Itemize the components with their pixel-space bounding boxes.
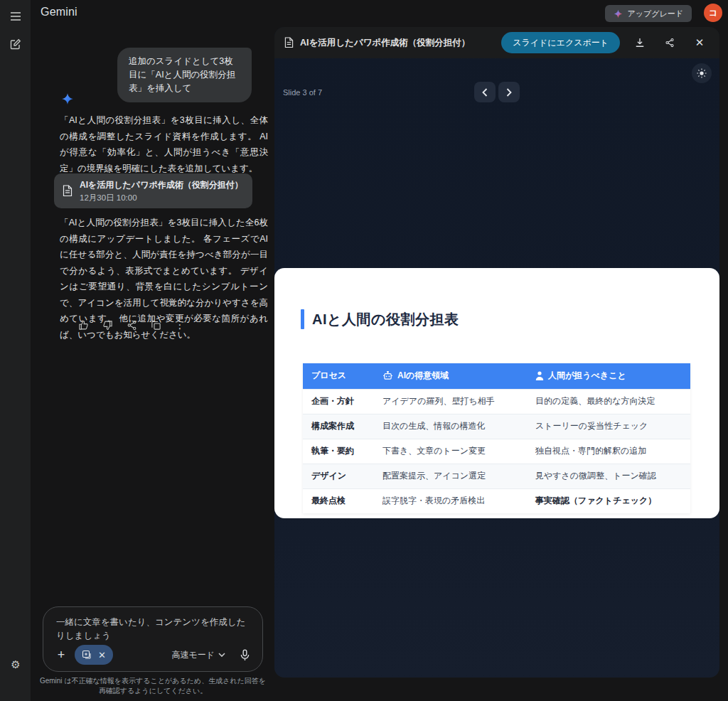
- copy-icon: [151, 320, 161, 331]
- table-cell: ストーリーの妥当性チェック: [527, 414, 690, 439]
- table-cell: アイデアの羅列、壁打ち相手: [374, 389, 527, 414]
- app-title: Gemini: [41, 6, 77, 18]
- attachment-card[interactable]: AIを活用したパワポ作成術（役割分担付） 12月30日 10:00: [54, 173, 252, 208]
- table-cell: 執筆・要約: [303, 439, 374, 464]
- response-intro: 「AIと人間の役割分担表」を3枚目に挿入し、全体の構成を調整したスライド資料を作…: [60, 112, 268, 176]
- slide-title-block: AIと人間の役割分担表: [301, 309, 459, 329]
- canvas-doc-title: AIを活用したパワポ作成術（役割分担付）: [300, 37, 470, 49]
- gemini-sparkle-icon: [614, 9, 623, 18]
- table-row: 最終点検誤字脱字・表現の矛盾検出事実確認（ファクトチェック）: [303, 488, 690, 513]
- disclaimer-text: Gemini は不正確な情報を表示することがあるため、生成された回答を再確認する…: [37, 676, 269, 696]
- slide-navigation: [274, 82, 719, 102]
- upgrade-label: アップグレード: [627, 9, 683, 19]
- download-button[interactable]: [630, 33, 650, 53]
- export-label: スライドにエクスポート: [513, 37, 609, 49]
- export-to-slides-button[interactable]: スライドにエクスポート: [501, 32, 620, 53]
- table-cell: 最終点検: [303, 488, 374, 513]
- table-header-row: プロセス AIの得意領域: [303, 363, 690, 389]
- share-response-button[interactable]: [122, 316, 141, 334]
- table-cell: 独自視点・専門的解釈の追加: [527, 439, 690, 464]
- canvas-icon: [82, 650, 92, 660]
- table-row: デザイン配置案提示、アイコン選定見やすさの微調整、トーン確認: [303, 464, 690, 488]
- thumbs-up-button[interactable]: [74, 316, 92, 334]
- chip-close-icon[interactable]: ✕: [98, 650, 106, 660]
- table-cell: 企画・方針: [303, 389, 374, 414]
- table-cell: 下書き、文章のトーン変更: [374, 439, 527, 464]
- more-options-button[interactable]: ⋮: [171, 316, 189, 334]
- attachment-texts: AIを活用したパワポ作成術（役割分担付） 12月30日 10:00: [80, 179, 243, 203]
- avatar-letter: コ: [709, 7, 717, 19]
- canvas-panel: AIを活用したパワポ作成術（役割分担付） スライドにエクスポート ✕ Slide…: [274, 27, 719, 678]
- compose-icon: [10, 38, 21, 50]
- table-cell: 目的の定義、最終的な方向決定: [527, 389, 690, 414]
- close-canvas-button[interactable]: ✕: [690, 33, 710, 53]
- title-accent-bar: [301, 309, 304, 329]
- chevron-right-icon: [506, 88, 512, 97]
- table-cell: 目次の生成、情報の構造化: [374, 414, 527, 439]
- plus-icon: +: [58, 648, 65, 663]
- menu-button[interactable]: [6, 7, 25, 26]
- previous-slide-button[interactable]: [474, 82, 496, 102]
- gear-icon: ⚙: [11, 658, 20, 671]
- side-rail: ⚙: [0, 0, 31, 701]
- canvas-mode-chip[interactable]: ✕: [75, 645, 113, 665]
- share-canvas-button[interactable]: [660, 33, 680, 53]
- document-icon: [63, 185, 73, 197]
- microphone-button[interactable]: [235, 646, 254, 664]
- hamburger-icon: [10, 11, 21, 21]
- more-vert-icon: ⋮: [175, 319, 186, 331]
- brightness-toggle-button[interactable]: [692, 63, 712, 83]
- microphone-icon: [240, 649, 250, 661]
- thumbs-down-icon: [102, 320, 113, 331]
- composer-toolbar: + ✕ 高速モード: [52, 644, 254, 665]
- avatar[interactable]: コ: [704, 4, 722, 22]
- header-process: プロセス: [303, 363, 374, 389]
- copy-button[interactable]: [146, 316, 165, 334]
- table-body: 企画・方針アイデアの羅列、壁打ち相手目的の定義、最終的な方向決定構成案作成目次の…: [303, 389, 690, 513]
- attachment-timestamp: 12月30日 10:00: [80, 193, 243, 203]
- share-icon: [127, 320, 137, 331]
- slide-title: AIと人間の役割分担表: [312, 310, 459, 329]
- header-ai: AIの得意領域: [374, 363, 527, 389]
- table-cell: 配置案提示、アイコン選定: [374, 464, 527, 488]
- table-cell: 見やすさの微調整、トーン確認: [527, 464, 690, 488]
- header-human: 人間が担うべきこと: [527, 363, 690, 389]
- canvas-header: AIを活用したパワポ作成術（役割分担付） スライドにエクスポート ✕: [274, 27, 719, 58]
- composer-placeholder: 一緒に文章を書いたり、コンテンツを作成したりしましょう: [56, 616, 252, 643]
- download-icon: [635, 38, 645, 48]
- table-row: 企画・方針アイデアの羅列、壁打ち相手目的の定義、最終的な方向決定: [303, 389, 690, 414]
- thumbs-down-button[interactable]: [98, 316, 117, 334]
- close-icon: ✕: [695, 36, 705, 49]
- thumbs-up-icon: [78, 320, 89, 331]
- new-chat-button[interactable]: [6, 35, 25, 53]
- document-icon: [284, 37, 294, 48]
- add-attachment-button[interactable]: +: [52, 646, 70, 664]
- table-row: 執筆・要約下書き、文章のトーン変更独自視点・専門的解釈の追加: [303, 439, 690, 464]
- table-cell: 誤字脱字・表現の矛盾検出: [374, 488, 527, 513]
- user-message-bubble: 追加のスライドとして3枚目に「AIと人間の役割分担表」を挿入して: [117, 48, 252, 102]
- table-cell: 構成案作成: [303, 414, 374, 439]
- table-cell: 事実確認（ファクトチェック）: [527, 488, 690, 513]
- role-division-table: プロセス AIの得意領域: [303, 363, 690, 513]
- chevron-left-icon: [482, 88, 488, 97]
- sun-icon: [697, 68, 707, 78]
- chevron-down-icon: [218, 653, 225, 657]
- slide-preview[interactable]: AIと人間の役割分担表 プロセス AIの得意領域: [274, 268, 719, 518]
- table-cell: デザイン: [303, 464, 374, 488]
- attachment-title: AIを活用したパワポ作成術（役割分担付）: [80, 179, 243, 191]
- share-icon: [665, 38, 675, 48]
- response-actions: ⋮: [74, 316, 189, 334]
- prompt-composer[interactable]: 一緒に文章を書いたり、コンテンツを作成したりしましょう + ✕ 高速モード: [43, 606, 263, 672]
- settings-button[interactable]: ⚙: [6, 655, 25, 674]
- upgrade-button[interactable]: アップグレード: [605, 5, 692, 22]
- next-slide-button[interactable]: [498, 82, 520, 102]
- mode-label: 高速モード: [171, 649, 215, 661]
- model-sparkle-icon: [61, 92, 74, 105]
- robot-icon: [382, 371, 393, 380]
- mode-selector[interactable]: 高速モード: [171, 649, 225, 661]
- person-icon: [535, 371, 544, 380]
- table-row: 構成案作成目次の生成、情報の構造化ストーリーの妥当性チェック: [303, 414, 690, 439]
